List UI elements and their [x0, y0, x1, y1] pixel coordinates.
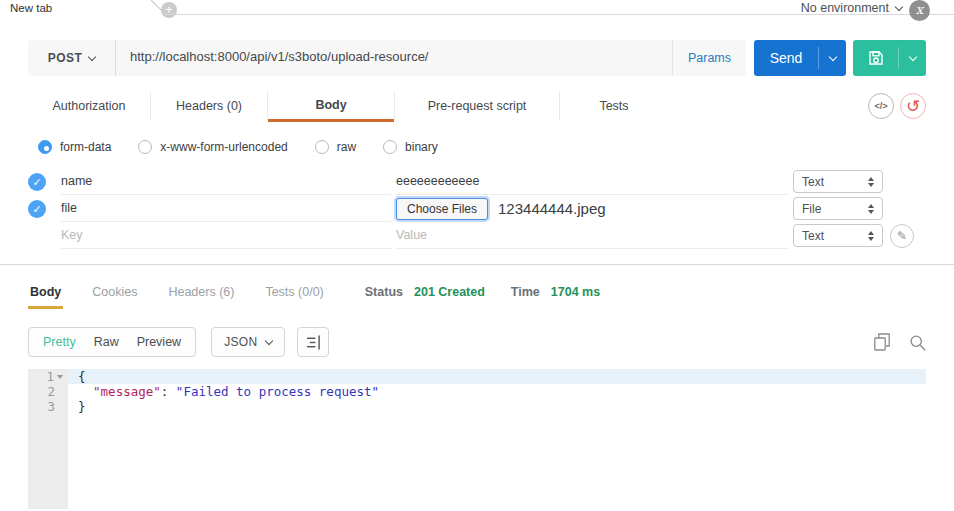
editor-line: 3 } [28, 399, 926, 414]
mode-label: x-www-form-urlencoded [160, 140, 287, 154]
status-value: 201 Created [414, 285, 485, 299]
tab-tests[interactable]: Tests [560, 90, 668, 122]
request-response-divider [0, 264, 954, 265]
search-icon[interactable] [909, 334, 926, 351]
type-value: Text [802, 175, 868, 189]
response-tab-tests[interactable]: Tests (0/0) [263, 285, 325, 306]
file-value-cell: Choose Files 123444444.jpeg [396, 195, 788, 222]
select-arrows-icon [868, 231, 874, 241]
align-right-icon [306, 335, 321, 350]
send-label[interactable]: Send [754, 40, 818, 76]
view-raw[interactable]: Raw [85, 335, 128, 349]
select-arrows-icon [868, 177, 874, 187]
mode-form-data[interactable]: form-data [38, 140, 111, 154]
bulk-edit-button[interactable]: ✎ [890, 224, 914, 248]
radio-selected-icon[interactable] [38, 140, 52, 154]
chevron-down-icon [908, 52, 916, 60]
code-icon: </> [874, 101, 887, 111]
json-key: "message" [93, 384, 161, 399]
chevron-down-icon [895, 2, 903, 10]
response-toolbar: Pretty Raw Preview JSON [28, 327, 926, 357]
json-value: "Failed to process request" [176, 384, 379, 399]
key-input[interactable]: name [61, 168, 391, 195]
url-box: POST http://localhost:8000/api/v1/s3boto… [28, 40, 746, 76]
editor-line: 1 { [28, 369, 926, 384]
tab-authorization[interactable]: Authorization [28, 90, 150, 122]
choose-files-button[interactable]: Choose Files [396, 198, 488, 220]
line-number: 1 [28, 369, 68, 384]
method-label: POST [48, 51, 82, 65]
selected-filename: 123444444.jpeg [498, 200, 606, 217]
response-tab-headers[interactable]: Headers (6) [166, 285, 236, 306]
params-button[interactable]: Params [672, 40, 746, 76]
body-mode-options: form-data x-www-form-urlencoded raw bina… [38, 139, 926, 155]
table-row: ✓ file Choose Files 123444444.jpeg File [28, 195, 926, 222]
request-url-row: POST http://localhost:8000/api/v1/s3boto… [28, 40, 926, 76]
method-selector[interactable]: POST [28, 40, 116, 76]
copy-icon[interactable] [874, 333, 890, 351]
value-input[interactable]: Value [396, 222, 788, 249]
chevron-down-icon [828, 52, 836, 60]
time-label: Time [511, 285, 540, 299]
floppy-disk-icon[interactable] [853, 40, 898, 76]
key-input[interactable]: Key [61, 222, 391, 249]
row-enabled-checkbox[interactable]: ✓ [28, 200, 46, 218]
check-icon: ✓ [32, 176, 41, 188]
table-row: Key Value Text ✎ [28, 222, 926, 249]
mode-label: raw [337, 140, 356, 154]
editor-line: 2 "message": "Failed to process request" [28, 384, 926, 399]
environment-selector[interactable]: No environment [801, 1, 902, 15]
mode-raw[interactable]: raw [315, 140, 356, 154]
radio-icon[interactable] [315, 140, 329, 154]
type-select[interactable]: Text [793, 224, 883, 247]
format-value: JSON [224, 335, 257, 349]
type-value: File [802, 202, 868, 216]
radio-icon[interactable] [383, 140, 397, 154]
format-select[interactable]: JSON [211, 327, 285, 357]
type-select[interactable]: Text [793, 170, 883, 193]
new-tab-button[interactable]: + [161, 2, 177, 18]
save-options-button[interactable] [899, 40, 926, 76]
wrap-lines-button[interactable] [297, 327, 329, 357]
fold-caret-icon[interactable] [57, 375, 63, 379]
url-input[interactable]: http://localhost:8000/api/v1/s3boto/uplo… [116, 40, 672, 76]
radio-icon[interactable] [138, 140, 152, 154]
response-tab-cookies[interactable]: Cookies [90, 285, 139, 306]
reset-button[interactable]: ↺ [900, 93, 926, 119]
chevron-down-icon [265, 336, 273, 344]
save-button[interactable] [853, 40, 926, 76]
mode-binary[interactable]: binary [383, 140, 438, 154]
type-select[interactable]: File [793, 197, 883, 220]
response-meta: Status 201 Created Time 1704 ms [365, 285, 626, 299]
send-options-button[interactable] [819, 40, 846, 76]
select-arrows-icon [868, 204, 874, 214]
key-input[interactable]: file [61, 195, 391, 222]
mode-label: form-data [60, 140, 111, 154]
line-number: 2 [28, 384, 68, 399]
tab-body[interactable]: Body [268, 90, 394, 122]
type-value: Text [802, 229, 868, 243]
send-button[interactable]: Send [754, 40, 846, 76]
status-label: Status [365, 285, 403, 299]
response-body-editor[interactable]: 1 { 2 "message": "Failed to process requ… [28, 369, 926, 509]
request-tabs: Authorization Headers (0) Body Pre-reque… [28, 90, 926, 122]
table-row: ✓ name eeeeeeeeeeee Text [28, 168, 926, 195]
request-tab-title[interactable]: New tab [10, 2, 52, 14]
environment-label: No environment [801, 1, 889, 15]
view-pretty[interactable]: Pretty [34, 335, 85, 349]
tab-headers[interactable]: Headers (0) [151, 90, 267, 122]
app-tab-bar: New tab + No environment x [0, 0, 954, 15]
generate-code-button[interactable]: </> [868, 93, 894, 119]
code-text: } [68, 399, 926, 414]
check-icon: ✓ [32, 203, 41, 215]
tab-pre-request-script[interactable]: Pre-request script [395, 90, 559, 122]
view-preview[interactable]: Preview [128, 335, 190, 349]
pencil-icon: ✎ [897, 229, 907, 243]
mode-x-www-form-urlencoded[interactable]: x-www-form-urlencoded [138, 140, 287, 154]
row-enabled-checkbox[interactable]: ✓ [28, 173, 46, 191]
restore-icon: ↺ [906, 98, 920, 115]
response-tab-body[interactable]: Body [28, 285, 63, 309]
value-input[interactable]: eeeeeeeeeeee [396, 168, 788, 195]
view-mode-group: Pretty Raw Preview [28, 327, 196, 357]
environment-quick-look-button[interactable]: x [909, 0, 930, 21]
